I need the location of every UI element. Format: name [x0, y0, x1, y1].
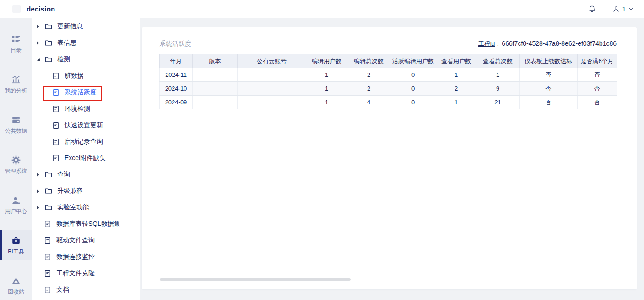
project-id-separator: ： [495, 40, 501, 48]
sidebar-item-label: 公共数据 [5, 128, 27, 134]
user-menu[interactable]: 1 [612, 5, 634, 13]
tree-folder-table-info[interactable]: 表信息 [32, 35, 140, 51]
tree-folder-lab-features[interactable]: 实验室功能 [32, 199, 140, 216]
col-header-edit-total: 编辑总次数 [347, 54, 390, 68]
top-right-controls: 1 [588, 5, 634, 13]
tree-item-quick-settings-update[interactable]: 快速设置更新 [32, 117, 140, 134]
tree-item-excel-attachment-missing[interactable]: Excel附件缺失 [32, 150, 140, 166]
sidebar-item-bi-tools[interactable]: BI工具 [0, 230, 32, 260]
folder-icon [44, 171, 53, 179]
recycle-icon [11, 276, 21, 286]
col-header-version: 版本 [193, 54, 238, 68]
cell: 21 [476, 96, 520, 109]
col-header-public-cloud-account: 公有云账号 [238, 54, 306, 68]
cell: 1 [306, 68, 347, 82]
notification-bell-icon[interactable] [588, 5, 596, 13]
tree-item-label: 工程文件克隆 [56, 269, 95, 278]
cell: 2 [347, 82, 390, 96]
card-header: 系统活跃度 工程Id ： 666f7cf0-4528-47a8-8e62-ef0… [142, 27, 637, 48]
col-header-year-month: 年月 [160, 54, 193, 68]
chevron-expanded-icon[interactable] [37, 58, 42, 61]
tree-item-label: 启动记录查询 [65, 138, 103, 146]
chevron-right-icon[interactable] [37, 189, 42, 193]
col-header-edit-users: 编辑用户数 [306, 54, 347, 68]
page-title: 系统活跃度 [159, 40, 191, 48]
tree-item-db-to-sql-dataset[interactable]: 数据库表转SQL数据集 [32, 216, 140, 232]
document-icon [52, 88, 60, 96]
cell [238, 68, 306, 82]
cell: 1 [306, 82, 347, 96]
tree-item-label: 检测 [57, 55, 70, 64]
cell: 2024-10 [160, 82, 193, 96]
document-icon [52, 138, 60, 146]
sidebar-item-catalog[interactable]: 目录 [0, 28, 32, 59]
chevron-right-icon[interactable] [37, 25, 42, 28]
sidebar-item-label: 目录 [11, 48, 22, 53]
tree-item-project-file-clone[interactable]: 工程文件克隆 [32, 265, 140, 282]
sidebar-item-admin[interactable]: 管理系统 [0, 149, 32, 179]
cell: 否 [578, 82, 617, 96]
table-row: 2024-11 1 2 0 1 1 否 否 [160, 68, 617, 82]
project-id-label[interactable]: 工程Id [478, 40, 495, 48]
cell: 否 [578, 68, 617, 82]
cell: 1 [306, 96, 347, 109]
catalog-icon [11, 34, 21, 44]
horizontal-scrollbar-thumb[interactable] [160, 278, 351, 281]
tree-item-label: 查询 [57, 171, 70, 179]
tree-folder-upgrade-compat[interactable]: 升级兼容 [32, 183, 140, 199]
cell [238, 82, 306, 96]
user-name: 1 [622, 5, 626, 12]
toolbox-icon [11, 236, 21, 246]
sidebar-item-label: BI工具 [8, 249, 24, 254]
col-header-six-months: 是否满6个月 [578, 54, 617, 68]
cell: 0 [390, 68, 436, 82]
sidebar-item-my-analysis[interactable]: 我的分析 [0, 69, 32, 99]
main-sidebar: 目录 我的分析 公共数据 [0, 18, 32, 300]
tree-item-label: 表信息 [57, 39, 76, 47]
col-header-view-total: 查看总次数 [476, 54, 520, 68]
tree-item-docs[interactable]: 文档 [32, 282, 140, 298]
cell: 4 [347, 96, 390, 109]
chevron-right-icon[interactable] [37, 206, 42, 209]
sidebar-item-user-center[interactable]: 用户中心 [0, 189, 32, 220]
sidebar-item-label: 用户中心 [5, 209, 27, 214]
tree-item-data-connection-monitor[interactable]: 数据连接监控 [32, 249, 140, 265]
tree-item-label: 文档 [56, 286, 69, 294]
tree-item-env-detection[interactable]: 环境检测 [32, 101, 140, 117]
tool-tree-panel: 更新信息 表信息 检测 脏数据 系统活跃度 环境检测 [32, 18, 140, 300]
tree-item-label: 数据库表转SQL数据集 [56, 220, 120, 228]
chevron-right-icon[interactable] [37, 173, 42, 177]
cell: 否 [520, 82, 578, 96]
user-avatar-icon [612, 5, 620, 13]
activity-table: 年月 版本 公有云账号 编辑用户数 编辑总次数 活跃编辑用户数 查看用户数 查看… [159, 54, 617, 109]
tree-folder-update-info[interactable]: 更新信息 [32, 18, 140, 35]
folder-icon [44, 187, 53, 195]
cell: 否 [578, 96, 617, 109]
tree-item-label: 升级兼容 [57, 187, 83, 195]
sidebar-item-public-data[interactable]: 公共数据 [0, 109, 32, 139]
tree-item-dirty-data[interactable]: 脏数据 [32, 68, 140, 84]
tree-item-label: 实验室功能 [57, 204, 89, 212]
tree-folder-detection[interactable]: 检测 [32, 51, 140, 68]
tree-item-label: 更新信息 [57, 22, 83, 31]
tree-item-driver-file-query[interactable]: 驱动文件查询 [32, 232, 140, 249]
tree-item-label: Excel附件缺失 [65, 154, 106, 162]
document-icon [52, 154, 60, 162]
folder-icon [44, 204, 53, 212]
table-row: 2024-10 1 2 0 2 9 否 否 [160, 82, 617, 96]
table-header-row: 年月 版本 公有云账号 编辑用户数 编辑总次数 活跃编辑用户数 查看用户数 查看… [160, 54, 617, 68]
table-row: 2024-09 1 4 0 1 21 否 否 [160, 96, 617, 109]
document-icon [43, 286, 52, 294]
sidebar-item-recycle-bin[interactable]: 回收站 [0, 270, 32, 300]
tree-item-startup-record-query[interactable]: 启动记录查询 [32, 134, 140, 150]
tree-folder-query[interactable]: 查询 [32, 166, 140, 183]
sidebar-item-label: 管理系统 [5, 168, 27, 174]
tree-item-label: 驱动文件查询 [56, 236, 95, 245]
folder-icon [44, 22, 53, 31]
chevron-right-icon[interactable] [37, 41, 42, 45]
cell: 2024-09 [160, 96, 193, 109]
document-icon [52, 72, 60, 80]
tree-item-system-activity[interactable]: 系统活跃度 [32, 84, 140, 101]
col-header-view-users: 查看用户数 [436, 54, 476, 68]
project-id-value: 666f7cf0-4528-47a8-8e62-ef03f74b1c86 [502, 40, 617, 47]
